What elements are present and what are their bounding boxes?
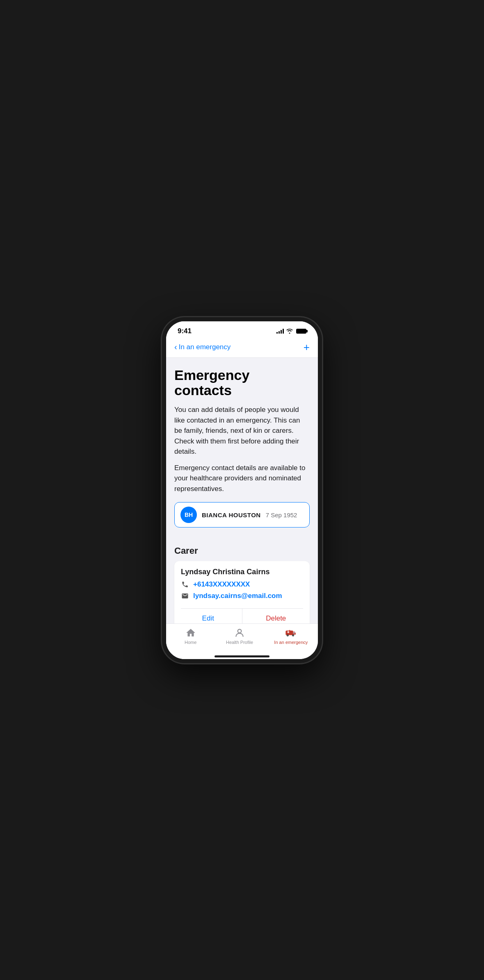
carer-section: Carer Lyndsay Christina Cairns +6143XXXX… — [166, 539, 318, 623]
status-icons — [276, 329, 306, 334]
emergency-icon — [285, 627, 297, 639]
page-description-2: Emergency contact details are available … — [174, 463, 310, 494]
header-section: Emergency contacts You can add details o… — [166, 358, 318, 539]
phone-screen: 9:41 ‹ — [166, 321, 318, 659]
carer-email[interactable]: lyndsay.cairns@email.com — [193, 592, 282, 600]
page-description-1: You can add details of people you would … — [174, 405, 310, 457]
patient-avatar: BH — [180, 507, 197, 523]
home-indicator — [166, 653, 318, 659]
svg-rect-9 — [289, 630, 290, 631]
nav-label-emergency: In an emergency — [274, 640, 308, 645]
svg-rect-4 — [294, 632, 295, 633]
patient-card[interactable]: BH BIANCA HOUSTON 7 Sep 1952 — [174, 502, 310, 528]
email-icon — [181, 592, 189, 600]
patient-name: BIANCA HOUSTON — [202, 512, 261, 518]
nav-bar: ‹ In an emergency + — [166, 339, 318, 358]
carer-phone[interactable]: +6143XXXXXXXX — [193, 580, 250, 589]
phone-icon — [181, 580, 189, 589]
bottom-nav: Home Health Profile — [166, 623, 318, 653]
delete-button[interactable]: Delete — [242, 609, 310, 623]
nav-item-health-profile[interactable]: Health Profile — [225, 627, 254, 645]
nav-item-home[interactable]: Home — [176, 627, 205, 645]
patient-dob: 7 Sep 1952 — [266, 512, 297, 518]
edit-button[interactable]: Edit — [174, 609, 242, 623]
nav-item-emergency[interactable]: In an emergency — [274, 627, 308, 645]
add-button[interactable]: + — [304, 342, 310, 352]
carer-section-title: Carer — [174, 546, 310, 556]
carer-email-row: lyndsay.cairns@email.com — [181, 592, 303, 600]
status-time: 9:41 — [178, 327, 192, 335]
home-icon — [185, 627, 196, 639]
svg-rect-3 — [288, 631, 289, 633]
phone-frame: 9:41 ‹ — [162, 317, 322, 663]
back-button[interactable]: ‹ In an emergency — [174, 343, 231, 351]
svg-rect-1 — [286, 630, 293, 635]
carer-contact-info: Lyndsay Christina Cairns +6143XXXXXXXX — [174, 561, 310, 608]
battery-icon — [296, 329, 306, 334]
carer-phone-row: +6143XXXXXXXX — [181, 580, 303, 589]
status-bar: 9:41 — [166, 321, 318, 339]
contact-actions: Edit Delete — [174, 609, 310, 623]
scroll-content: Emergency contacts You can add details o… — [166, 358, 318, 623]
patient-initials: BH — [185, 512, 193, 518]
signal-icon — [276, 329, 284, 334]
page-title: Emergency contacts — [174, 368, 310, 398]
nav-label-health-profile: Health Profile — [226, 640, 253, 645]
carer-contact-card: Lyndsay Christina Cairns +6143XXXXXXXX — [174, 561, 310, 623]
health-profile-icon — [234, 627, 245, 639]
svg-point-0 — [238, 629, 242, 633]
carer-name: Lyndsay Christina Cairns — [181, 568, 303, 576]
wifi-icon — [286, 329, 293, 334]
svg-point-8 — [293, 635, 294, 636]
back-label: In an emergency — [179, 343, 231, 351]
nav-label-home: Home — [185, 640, 196, 645]
home-bar — [215, 655, 269, 657]
chevron-left-icon: ‹ — [174, 343, 177, 351]
svg-point-6 — [288, 635, 288, 636]
